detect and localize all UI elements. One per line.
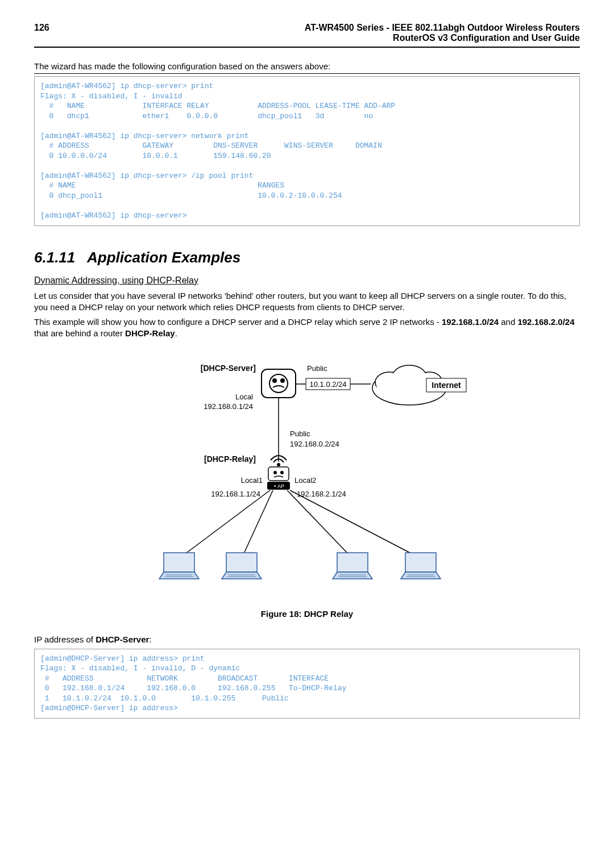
label-ip-local1: 192.168.1.1/24 [211, 490, 260, 498]
section-heading: 6.1.11 Application Examples [34, 249, 580, 266]
header-title-1: AT-WR4500 Series - IEEE 802.11abgh Outdo… [305, 23, 580, 33]
label-ip-public1: 10.1.0.2/24 [309, 380, 346, 389]
section-title: Application Examples [87, 249, 240, 266]
svg-rect-23 [164, 553, 194, 572]
code-block-2: [admin@DHCP-Server] ip address> print Fl… [34, 649, 580, 719]
svg-rect-14 [268, 467, 289, 481]
figure-18-diagram: Internet [DHCP-Server] Public 10.1.0.2/2… [34, 351, 580, 598]
svg-rect-6 [262, 369, 296, 398]
laptop-icon [159, 553, 441, 579]
svg-point-15 [273, 471, 277, 474]
label-dhcp-relay: [DHCP-Relay] [204, 454, 256, 464]
page-header: 126 AT-WR4500 Series - IEEE 802.11abgh O… [34, 23, 580, 47]
label-public-2: Public [290, 429, 310, 438]
paragraph-2: This example will show you how to config… [34, 316, 580, 340]
code-block-1: [admin@AT-WR4562] ip dhcp-server> print … [34, 76, 580, 226]
svg-marker-36 [401, 572, 441, 579]
svg-rect-35 [405, 553, 436, 572]
paragraph-1: Let us consider that you have several IP… [34, 290, 580, 314]
svg-rect-31 [337, 553, 368, 572]
subsection-heading: Dynamic Addressing, using DHCP-Relay [34, 276, 580, 286]
page-number: 126 [34, 23, 49, 33]
svg-line-19 [179, 490, 270, 558]
label-ip-local2: 192.168.2.1/24 [297, 490, 346, 498]
figure-caption: Figure 18: DHCP Relay [34, 609, 580, 619]
svg-point-9 [280, 378, 285, 383]
label-local1: Local1 [241, 476, 263, 485]
label-ip-public2: 192.168.0.2/24 [290, 440, 339, 448]
svg-text:⚬AP: ⚬AP [273, 483, 284, 489]
svg-line-21 [287, 490, 352, 558]
ip-addresses-heading: IP addresses of DHCP-Server: [34, 635, 580, 644]
intro-text: The wizard has made the following config… [34, 61, 580, 71]
svg-marker-28 [222, 572, 262, 579]
svg-rect-27 [226, 553, 257, 572]
label-ip-local: 192.168.0.1/24 [204, 402, 253, 411]
label-local: Local [235, 393, 253, 401]
svg-marker-24 [159, 572, 199, 579]
label-dhcp-server: [DHCP-Server] [201, 364, 256, 373]
svg-marker-32 [333, 572, 372, 579]
header-title-2: RouterOS v3 Configuration and User Guide [305, 33, 580, 43]
svg-point-8 [272, 378, 277, 383]
section-number: 6.1.11 [34, 249, 75, 266]
label-public-1: Public [307, 364, 327, 373]
svg-point-13 [277, 463, 280, 466]
label-local2: Local2 [294, 476, 316, 485]
thin-rule-1 [34, 73, 580, 74]
label-internet: Internet [432, 381, 461, 390]
svg-point-16 [280, 471, 284, 474]
svg-line-20 [242, 490, 273, 558]
header-rule [34, 47, 580, 48]
svg-line-22 [290, 490, 421, 558]
